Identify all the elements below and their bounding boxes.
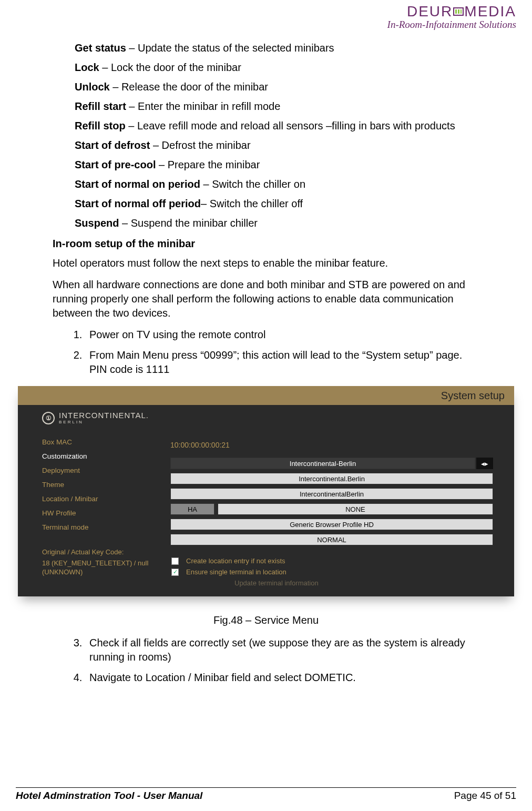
logo-text-pre: DEUR xyxy=(407,3,453,20)
step-item: Check if all fields are correctly set (w… xyxy=(85,636,479,664)
check-label-1: Create location entry if not exists xyxy=(186,557,285,565)
cmd-line: Suspend – Suspend the minibar chiller xyxy=(75,216,479,230)
cmd-line: Get status – Update the status of the se… xyxy=(75,41,479,55)
cmd-label: Start of pre-cool xyxy=(75,159,156,170)
arrows-icon[interactable]: ◂▸ xyxy=(476,458,493,469)
cmd-label: Refill start xyxy=(75,100,126,112)
field-hw-profile[interactable]: Generic Browser Profile HD xyxy=(170,519,493,530)
field-customization[interactable]: Intercontinental-Berlin xyxy=(170,458,475,469)
cmd-desc: – Leave refill mode and reload all senso… xyxy=(126,120,455,131)
checkbox-single-terminal[interactable]: ✓ xyxy=(171,569,179,576)
step-item: Navigate to Location / Minibar field and… xyxy=(85,671,479,685)
cmd-label: Refill stop xyxy=(75,120,126,131)
cmd-label: Get status xyxy=(75,42,126,54)
keycode-value: 18 (KEY_MENU_TELETEXT) / null (UNKNOWN) xyxy=(42,559,170,577)
brand-logo: DEUR MEDIA In-Room-Infotainment Solution… xyxy=(387,3,516,31)
menu-terminal-mode[interactable]: Terminal mode xyxy=(42,523,170,531)
field-terminal-mode[interactable]: NORMAL xyxy=(170,534,493,545)
cmd-line: Lock – Lock the door of the minibar xyxy=(75,60,479,75)
hotel-logo-icon: ① xyxy=(42,412,55,424)
cmd-line: Start of normal off period– Switch the c… xyxy=(75,197,479,211)
field-deployment[interactable]: Intercontinental.Berlin xyxy=(170,473,493,484)
field-theme[interactable]: IntercontinentalBerlin xyxy=(170,488,493,500)
menu-theme[interactable]: Theme xyxy=(42,481,170,489)
cmd-desc: – Suspend the minibar chiller xyxy=(119,217,257,229)
cmd-desc: – Switch the chiller on xyxy=(200,178,305,190)
menu-box-mac[interactable]: Box MAC xyxy=(42,438,170,446)
field-location-short[interactable]: HA xyxy=(170,503,214,515)
cmd-line: Start of normal on period – Switch the c… xyxy=(75,177,479,191)
hotel-logo: ① INTERCONTINENTAL. BERLIN xyxy=(42,411,170,424)
cmd-line: Unlock – Release the door of the minibar xyxy=(75,80,479,94)
hotel-name: INTERCONTINENTAL. xyxy=(59,411,149,419)
hotel-sub: BERLIN xyxy=(59,420,149,424)
paragraph: When all hardware connections are done a… xyxy=(53,278,479,320)
screenshot-title: System setup xyxy=(18,386,514,405)
check-label-3: Update terminal information xyxy=(234,579,319,587)
logo-square-icon xyxy=(453,7,464,16)
cmd-desc: – Switch the chiller off xyxy=(201,198,303,209)
cmd-label: Suspend xyxy=(75,217,119,229)
cmd-desc: – Lock the door of the minibar xyxy=(99,62,241,73)
cmd-label: Start of defrost xyxy=(75,139,150,151)
mac-value: 10:00:00:00:00:21 xyxy=(170,441,230,449)
paragraph: Hotel operators must follow the next ste… xyxy=(53,256,479,270)
field-location-value[interactable]: NONE xyxy=(218,503,493,515)
cmd-line: Start of defrost – Defrost the minibar xyxy=(75,138,479,153)
cmd-line: Refill start – Enter the minibar in refi… xyxy=(75,99,479,114)
steps-list-b: Check if all fields are correctly set (w… xyxy=(85,636,479,685)
cmd-desc: – Enter the minibar in refill mode xyxy=(126,100,280,112)
section-heading: In-room setup of the minibar xyxy=(53,238,479,250)
cmd-desc: – Update the status of the selected mini… xyxy=(126,42,334,54)
page-footer: Hotel Adminstration Tool - User Manual P… xyxy=(16,787,516,802)
menu-location-minibar[interactable]: Location / Minibar xyxy=(42,495,170,503)
step-item: From Main Menu press “00999”; this actio… xyxy=(85,348,479,377)
footer-page-number: Page 45 of 51 xyxy=(454,790,516,802)
check-label-2: Ensure single terminal in location xyxy=(186,568,287,576)
logo-text-post: MEDIA xyxy=(464,3,516,20)
cmd-label: Start of normal on period xyxy=(75,178,200,190)
cmd-desc: – Defrost the minibar xyxy=(150,139,250,151)
cmd-line: Refill stop – Leave refill mode and relo… xyxy=(75,119,479,133)
figure-caption: Fig.48 – Service Menu xyxy=(53,614,479,626)
step-item: Power on TV using the remote control xyxy=(85,328,479,342)
checkbox-create-location[interactable] xyxy=(171,557,179,565)
cmd-label: Lock xyxy=(75,62,99,73)
steps-list-a: Power on TV using the remote control Fro… xyxy=(85,328,479,377)
menu-hw-profile[interactable]: HW Profile xyxy=(42,509,170,517)
menu-customization[interactable]: Customization xyxy=(42,452,170,460)
cmd-line: Start of pre-cool – Prepare the minibar xyxy=(75,158,479,172)
system-setup-screenshot: System setup ① INTERCONTINENTAL. BERLIN … xyxy=(18,386,514,596)
cmd-desc: – Release the door of the minibar xyxy=(110,81,268,93)
footer-doc-title: Hotel Adminstration Tool - User Manual xyxy=(16,790,202,802)
menu-deployment[interactable]: Deployment xyxy=(42,467,170,474)
cmd-label: Unlock xyxy=(75,81,110,93)
keycode-label: Original / Actual Key Code: xyxy=(42,548,170,556)
cmd-desc: – Prepare the minibar xyxy=(156,159,260,170)
logo-tagline: In-Room-Infotainment Solutions xyxy=(387,19,516,31)
cmd-label: Start of normal off period xyxy=(75,198,201,209)
